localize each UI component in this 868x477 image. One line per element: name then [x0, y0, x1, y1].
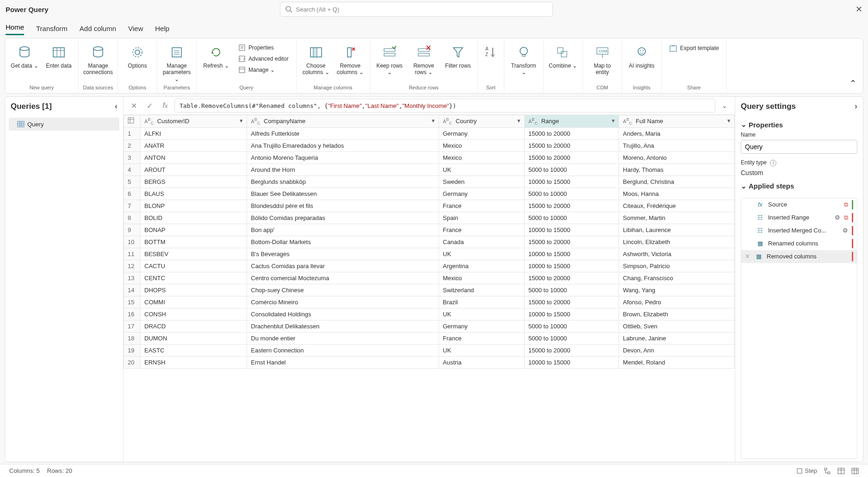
cell[interactable]: 15000 to 20000	[525, 272, 619, 284]
cell[interactable]: 15000 to 20000	[525, 236, 619, 248]
cell[interactable]: France	[439, 200, 525, 212]
cell[interactable]: BOTTM	[141, 236, 247, 248]
cell[interactable]: Cactus Comidas para llevar	[247, 260, 439, 272]
cell[interactable]: Bon app'	[247, 224, 439, 236]
ribbon-btn-remove-rows[interactable]: Remove rows ⌄	[408, 41, 440, 78]
row-number[interactable]: 9	[124, 224, 141, 236]
gear-icon[interactable]: ⚙	[843, 227, 848, 234]
cell[interactable]: Devon, Ann	[619, 344, 735, 356]
table-row[interactable]: 17DRACDDrachenblut DelikatessenGermany50…	[124, 320, 735, 332]
formula-fx[interactable]: fx	[159, 99, 172, 112]
cell[interactable]: Du monde entier	[247, 332, 439, 344]
cell[interactable]: Drachenblut Delikatessen	[247, 320, 439, 332]
cell[interactable]: EASTC	[141, 344, 247, 356]
cell[interactable]: DHOPS	[141, 284, 247, 296]
cell[interactable]: 15000 to 20000	[525, 296, 619, 308]
column-header-customerid[interactable]: ABC CustomerID▾	[141, 115, 247, 128]
formula-input[interactable]: Table.RemoveColumns(#"Renamed columns", …	[174, 99, 715, 113]
cell[interactable]: Berglund, Christina	[619, 176, 735, 188]
table-row[interactable]: 13CENTCCentro comercial MoctezumaMexico1…	[124, 272, 735, 284]
cell[interactable]: 10000 to 15000	[525, 248, 619, 260]
table-row[interactable]: 19EASTCEastern ConnectionUK15000 to 2000…	[124, 344, 735, 356]
query-item[interactable]: Query	[9, 118, 119, 131]
row-number[interactable]: 1	[124, 127, 141, 139]
cell[interactable]: UK	[439, 248, 525, 260]
cell[interactable]: Anders, Maria	[619, 127, 735, 139]
ribbon-btn-manage-parameters[interactable]: Manage parameters ⌄	[161, 41, 192, 84]
row-number[interactable]: 19	[124, 344, 141, 356]
cell[interactable]: Consolidated Holdings	[247, 308, 439, 320]
cell[interactable]: 5000 to 10000	[525, 332, 619, 344]
table-row[interactable]: 5BERGSBerglunds snabbköpSweden10000 to 1…	[124, 176, 735, 188]
row-number[interactable]: 7	[124, 200, 141, 212]
step-renamed-columns[interactable]: ▦Renamed columns	[741, 237, 857, 250]
cell[interactable]: Bólido Comidas preparadas	[247, 212, 439, 224]
column-header-full name[interactable]: ABC Full Name▾	[619, 115, 735, 128]
row-number[interactable]: 17	[124, 320, 141, 332]
grid-corner[interactable]	[124, 115, 141, 128]
cell[interactable]: Eastern Connection	[247, 344, 439, 356]
cell[interactable]: BONAP	[141, 224, 247, 236]
cell[interactable]: 5000 to 10000	[525, 284, 619, 296]
column-filter-icon[interactable]: ▾	[612, 117, 615, 124]
column-filter-icon[interactable]: ▾	[432, 117, 435, 124]
row-number[interactable]: 4	[124, 163, 141, 176]
cell[interactable]: Labrune, Janine	[619, 332, 735, 344]
cell[interactable]: 15000 to 20000	[525, 151, 619, 163]
column-filter-icon[interactable]: ▾	[727, 117, 731, 124]
tab-home[interactable]: Home	[6, 23, 24, 35]
cell[interactable]: ANTON	[141, 151, 247, 163]
step-source[interactable]: fxSource⧉	[741, 198, 857, 211]
info-icon[interactable]: i	[770, 160, 776, 166]
table-row[interactable]: 18DUMONDu monde entierFrance5000 to 1000…	[124, 332, 735, 344]
column-header-country[interactable]: ABC Country▾	[439, 115, 525, 128]
cell[interactable]: Switzerland	[439, 284, 525, 296]
cell[interactable]: Spain	[439, 212, 525, 224]
cell[interactable]: Bottom-Dollar Markets	[247, 236, 439, 248]
row-number[interactable]: 11	[124, 248, 141, 260]
step-inserted-range[interactable]: ☷Inserted Range⚙⧉	[741, 211, 857, 224]
ribbon-btn-manage-connections[interactable]: Manage connections	[82, 41, 114, 78]
cell[interactable]: COMMI	[141, 296, 247, 308]
cell[interactable]: DUMON	[141, 332, 247, 344]
cell[interactable]: ALFKI	[141, 127, 247, 139]
cell[interactable]: CENTC	[141, 272, 247, 284]
cell[interactable]: Mexico	[439, 151, 525, 163]
table-row[interactable]: 20ERNSHErnst HandelAustria10000 to 15000…	[124, 356, 735, 368]
cell[interactable]: Austria	[439, 356, 525, 368]
cell[interactable]: Germany	[439, 188, 525, 200]
ribbon-btn-keep-rows[interactable]: Keep rows ⌄	[374, 41, 405, 78]
ribbon-collapse[interactable]: ⌃	[846, 76, 860, 90]
cell[interactable]: AROUT	[141, 163, 247, 176]
row-number[interactable]: 13	[124, 272, 141, 284]
query-name-input[interactable]	[741, 140, 857, 154]
cell[interactable]: Afonso, Pedro	[619, 296, 735, 308]
table-row[interactable]: 11BESBEVB's BeveragesUK10000 to 15000Ash…	[124, 248, 735, 260]
row-number[interactable]: 16	[124, 308, 141, 320]
cell[interactable]: UK	[439, 308, 525, 320]
row-number[interactable]: 5	[124, 176, 141, 188]
ribbon-btn-enter-data[interactable]: Enter data	[43, 41, 74, 71]
table-row[interactable]: 14DHOPSChop-suey ChineseSwitzerland5000 …	[124, 284, 735, 296]
ribbon-btn-remove-columns[interactable]: Remove columns ⌄	[335, 41, 366, 78]
row-number[interactable]: 8	[124, 212, 141, 224]
cell[interactable]: ERNSH	[141, 356, 247, 368]
status-diagram-icon[interactable]	[824, 467, 831, 475]
tab-transform[interactable]: Transform	[36, 25, 68, 35]
query-settings-collapse[interactable]: ›	[855, 101, 857, 111]
cell[interactable]: Around the Horn	[247, 163, 439, 176]
cell[interactable]: 15000 to 20000	[525, 127, 619, 139]
table-row[interactable]: 16CONSHConsolidated HoldingsUK10000 to 1…	[124, 308, 735, 320]
row-number[interactable]: 12	[124, 260, 141, 272]
tab-help[interactable]: Help	[155, 25, 169, 35]
ribbon-btn-options[interactable]: Options	[122, 41, 153, 71]
cell[interactable]: 15000 to 20000	[525, 344, 619, 356]
cell[interactable]: Simpson, Patricio	[619, 260, 735, 272]
cell[interactable]: BOLID	[141, 212, 247, 224]
cell[interactable]: Centro comercial Moctezuma	[247, 272, 439, 284]
cell[interactable]: CACTU	[141, 260, 247, 272]
cell[interactable]: Ernst Handel	[247, 356, 439, 368]
cell[interactable]: Ana Trujillo Emaredados y helados	[247, 139, 439, 151]
cell[interactable]: 15000 to 20000	[525, 139, 619, 151]
column-filter-icon[interactable]: ▾	[240, 117, 243, 124]
